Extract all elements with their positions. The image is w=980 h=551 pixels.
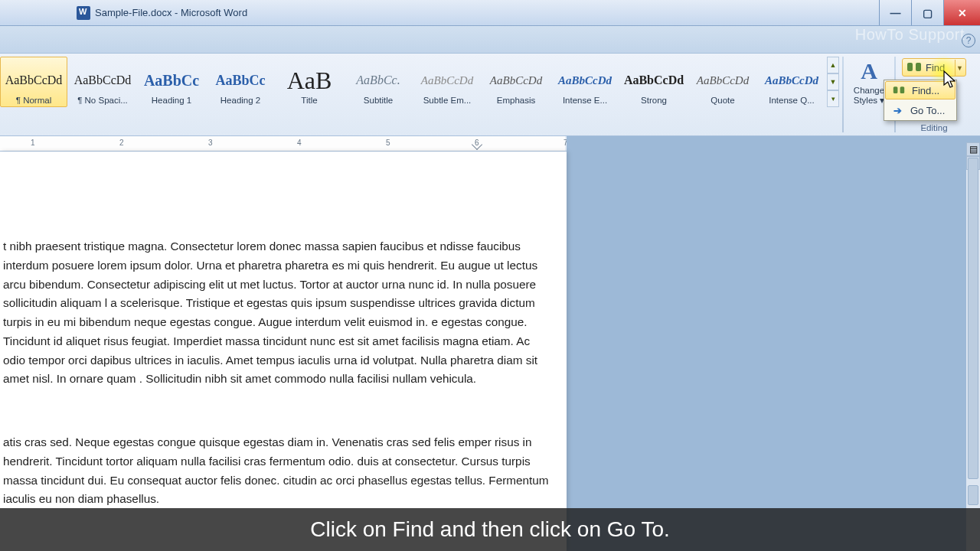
styles-gallery[interactable]: AaBbCcDd¶ NormalAaBbCcDd¶ No Spaci...AaB… bbox=[0, 57, 825, 107]
select-browse-object-icon[interactable]: ▤ bbox=[966, 142, 980, 156]
style-item[interactable]: AaBbCcDdQuote bbox=[689, 57, 756, 107]
paragraph: t nibh praesent tristique magna. Consect… bbox=[3, 237, 553, 389]
styles-up-button[interactable]: ▲ bbox=[827, 57, 839, 73]
style-label: Title bbox=[301, 96, 317, 105]
ruler-number: 7 bbox=[564, 139, 567, 147]
style-label: ¶ Normal bbox=[16, 96, 51, 105]
ribbon-tabs-area bbox=[0, 26, 980, 54]
binoculars-icon bbox=[892, 85, 906, 96]
scroll-thumb-secondary[interactable] bbox=[968, 485, 978, 505]
style-item[interactable]: AaBbCcDd¶ Normal bbox=[0, 57, 67, 107]
style-label: Strong bbox=[641, 96, 667, 105]
paragraph: atis cras sed. Neque egestas congue quis… bbox=[3, 433, 553, 509]
style-item[interactable]: AaBbCcHeading 2 bbox=[207, 57, 274, 107]
ribbon: AaBbCcDd¶ NormalAaBbCcDd¶ No Spaci...AaB… bbox=[0, 54, 980, 136]
document-body: t nibh praesent tristique magna. Consect… bbox=[0, 152, 567, 509]
style-label: Quote bbox=[710, 96, 734, 105]
window-controls: — ▢ ✕ bbox=[879, 0, 980, 25]
styles-group: AaBbCcDd¶ NormalAaBbCcDd¶ No Spaci...AaB… bbox=[0, 54, 839, 135]
style-preview: AaBbCcDd bbox=[558, 65, 612, 96]
style-label: Heading 2 bbox=[220, 96, 260, 105]
binoculars-icon bbox=[907, 62, 921, 73]
ruler-number: 2 bbox=[119, 139, 124, 147]
change-styles-icon: A bbox=[861, 58, 877, 84]
style-item[interactable]: AaBbCcDdIntense Q... bbox=[758, 57, 825, 107]
style-preview: AaBbCc bbox=[144, 65, 199, 96]
style-preview: AaBbCcDd bbox=[5, 65, 63, 96]
ruler-number: 3 bbox=[208, 139, 213, 147]
style-preview: AaBbCc. bbox=[356, 65, 400, 96]
styles-scroll: ▲ ▼ ▾ bbox=[827, 57, 839, 107]
vertical-scrollbar[interactable]: ▤ ▲ bbox=[966, 142, 980, 551]
style-label: Subtitle bbox=[364, 96, 393, 105]
style-item[interactable]: AaBbCcHeading 1 bbox=[138, 57, 205, 107]
video-caption-bar: Click on Find and then click on Go To. bbox=[0, 508, 980, 551]
ruler-number: 4 bbox=[297, 139, 302, 147]
style-preview: AaBbCcDd bbox=[765, 65, 818, 96]
style-preview: AaBbCcDd bbox=[697, 65, 749, 96]
change-styles-label: ChangeStyles ▾ bbox=[854, 86, 885, 105]
watermark: HowTo Support bbox=[855, 26, 965, 44]
style-item[interactable]: AaBbCcDdIntense E... bbox=[551, 57, 619, 107]
style-label: Subtle Em... bbox=[423, 96, 472, 105]
style-label: Emphasis bbox=[497, 96, 536, 105]
group-separator bbox=[842, 57, 844, 132]
style-label: Intense Q... bbox=[769, 96, 814, 105]
styles-down-button[interactable]: ▼ bbox=[827, 73, 839, 90]
style-item[interactable]: AaBbCc.Subtitle bbox=[345, 57, 412, 107]
style-item[interactable]: AaBbCcDdStrong bbox=[620, 57, 688, 107]
style-preview: AaBbCcDd bbox=[421, 65, 473, 96]
maximize-button[interactable]: ▢ bbox=[911, 0, 943, 25]
style-preview: AaBbCc bbox=[215, 65, 265, 96]
scroll-thumb[interactable] bbox=[968, 158, 978, 479]
style-preview: AaBbCcDd bbox=[490, 65, 542, 96]
app-icon bbox=[77, 6, 90, 20]
style-preview: AaBbCcDd bbox=[74, 65, 132, 96]
minimize-button[interactable]: — bbox=[879, 0, 911, 25]
menu-item-label: Go To... bbox=[910, 105, 945, 116]
style-item[interactable]: AaBbCcDdEmphasis bbox=[482, 57, 550, 107]
caption-text: Click on Find and then click on Go To. bbox=[310, 517, 670, 542]
style-item[interactable]: AaBbCcDdSubtle Em... bbox=[413, 57, 481, 107]
close-button[interactable]: ✕ bbox=[943, 0, 980, 25]
window-title: Sample-File.docx - Microsoft Word bbox=[95, 7, 247, 18]
style-item[interactable]: AaBbCcDd¶ No Spaci... bbox=[69, 57, 136, 107]
help-icon[interactable]: ? bbox=[962, 34, 975, 47]
title-bar: Sample-File.docx - Microsoft Word — ▢ ✕ bbox=[0, 0, 980, 26]
style-item[interactable]: AaBTitle bbox=[276, 57, 343, 107]
style-preview: AaBbCcDd bbox=[624, 65, 684, 96]
menu-item-label: Find... bbox=[912, 85, 939, 96]
menu-item-goto[interactable]: ➔ Go To... bbox=[884, 100, 956, 120]
editing-group-caption: Editing bbox=[899, 123, 969, 132]
style-label: Heading 1 bbox=[152, 96, 191, 105]
ruler-wrap: 1234567 bbox=[0, 136, 567, 152]
styles-more-button[interactable]: ▾ bbox=[827, 90, 839, 107]
style-label: Intense E... bbox=[563, 96, 607, 105]
arrow-right-icon: ➔ bbox=[890, 105, 904, 116]
style-label: ¶ No Spaci... bbox=[77, 96, 128, 105]
ruler-number: 1 bbox=[31, 139, 35, 147]
style-preview: AaB bbox=[287, 65, 332, 96]
ruler-number: 5 bbox=[386, 139, 390, 147]
document-page[interactable]: t nibh praesent tristique magna. Consect… bbox=[0, 152, 567, 551]
horizontal-ruler[interactable]: 1234567 bbox=[0, 136, 567, 152]
